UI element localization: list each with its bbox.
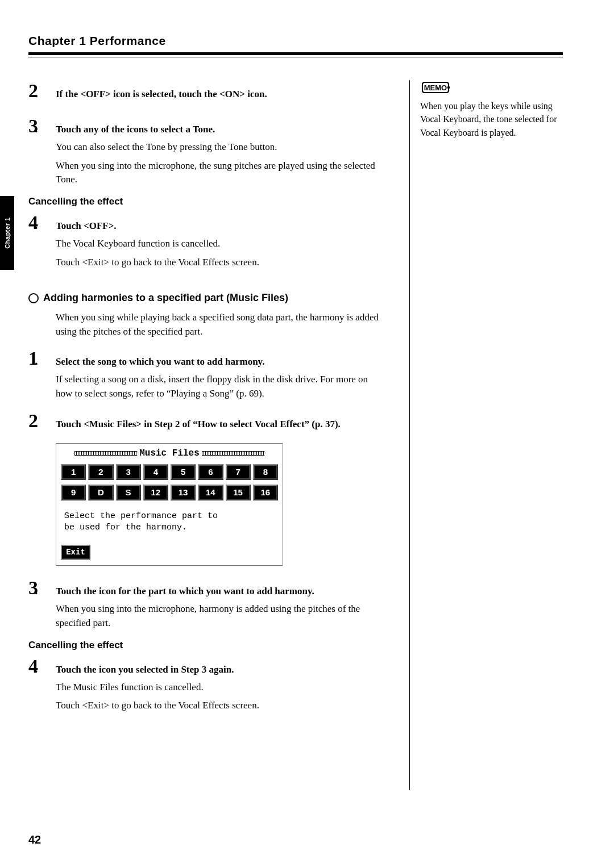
subheading-cancel: Cancelling the effect — [28, 640, 381, 651]
main-column: 2. If the <OFF> icon is selected, touch … — [28, 80, 381, 790]
screen-title-row: Music Files — [60, 447, 279, 462]
part-button-6[interactable]: 6 — [198, 464, 223, 480]
step-text: If the <OFF> icon is selected, touch the… — [56, 86, 267, 100]
part-button-16[interactable]: 16 — [253, 485, 278, 500]
step-text: Select the song to which you want to add… — [56, 354, 264, 368]
part-button-d[interactable]: D — [88, 485, 113, 500]
part-button-4[interactable]: 4 — [143, 464, 168, 480]
button-row-1: 1 2 3 4 5 6 7 8 — [60, 462, 279, 482]
body-text: When you sing into the microphone, harmo… — [56, 602, 381, 630]
memo-column: MEMO When you play the keys while using … — [409, 80, 563, 790]
svg-point-0 — [447, 86, 450, 89]
screen-message-line: be used for the harmony. — [64, 522, 275, 533]
step-4a: 4. Touch <OFF>. — [28, 212, 381, 233]
subheading-cancel: Cancelling the effect — [28, 196, 381, 207]
circle-marker-icon — [28, 293, 39, 303]
s2-step-3: 3. Touch the icon for the part to which … — [28, 577, 381, 599]
s2-step-2: 2. Touch <Music Files> in Step 2 of “How… — [28, 410, 381, 432]
step-3: 3. Touch any of the icons to select a To… — [28, 115, 381, 137]
step-text: Touch <OFF>. — [56, 218, 117, 232]
s2-step-4: 4. Touch the icon you selected in Step 3… — [28, 656, 381, 677]
part-button-5[interactable]: 5 — [171, 464, 196, 480]
chapter-title: Chapter 1 Performance — [28, 34, 563, 48]
screen-message: Select the performance part to be used f… — [60, 503, 279, 545]
section-heading-music-files: Adding harmonies to a specified part (Mu… — [28, 292, 381, 304]
part-button-8[interactable]: 8 — [253, 464, 278, 480]
part-button-15[interactable]: 15 — [226, 485, 251, 500]
part-button-1[interactable]: 1 — [61, 464, 86, 480]
music-files-screenshot: Music Files 1 2 3 4 5 6 7 8 9 — [56, 443, 283, 566]
part-button-14[interactable]: 14 — [198, 485, 223, 500]
step-text: Touch the icon you selected in Step 3 ag… — [56, 662, 234, 675]
svg-text:MEMO: MEMO — [424, 84, 447, 92]
screen-title: Music Files — [139, 448, 200, 458]
title-rule — [28, 52, 563, 57]
body-text: Touch <Exit> to go back to the Vocal Eff… — [56, 699, 381, 713]
page-number: 42 — [28, 833, 41, 846]
part-button-9[interactable]: 9 — [61, 485, 86, 500]
part-button-7[interactable]: 7 — [226, 464, 251, 480]
body-text: If selecting a song on a disk, insert th… — [56, 373, 381, 400]
decoration-icon — [74, 451, 137, 456]
section-heading-text: Adding harmonies to a specified part (Mu… — [43, 292, 288, 304]
step-text: Touch any of the icons to select a Tone. — [56, 122, 215, 135]
body-text: When you sing while playing back a speci… — [56, 311, 381, 339]
body-text: When you sing into the microphone, the s… — [56, 159, 381, 187]
part-button-13[interactable]: 13 — [171, 485, 196, 500]
memo-icon: MEMO — [420, 80, 563, 98]
part-button-2[interactable]: 2 — [88, 464, 113, 480]
body-text: Touch <Exit> to go back to the Vocal Eff… — [56, 256, 381, 270]
part-button-s[interactable]: S — [116, 485, 141, 500]
body-text: The Music Files function is cancelled. — [56, 681, 381, 695]
body-text: The Vocal Keyboard function is cancelled… — [56, 237, 381, 251]
step-text: Touch the icon for the part to which you… — [56, 583, 314, 597]
exit-button[interactable]: Exit — [61, 545, 90, 560]
s2-step-1: 1. Select the song to which you want to … — [28, 348, 381, 369]
screen-message-line: Select the performance part to — [64, 511, 275, 522]
part-button-3[interactable]: 3 — [116, 464, 141, 480]
button-row-2: 9 D S 12 13 14 15 16 — [60, 482, 279, 503]
body-text: You can also select the Tone by pressing… — [56, 140, 381, 155]
step-text: Touch <Music Files> in Step 2 of “How to… — [56, 416, 341, 430]
step-2: 2. If the <OFF> icon is selected, touch … — [28, 80, 381, 102]
exit-row: Exit — [60, 545, 279, 562]
decoration-icon — [202, 451, 264, 456]
part-button-12[interactable]: 12 — [143, 485, 168, 500]
memo-text: When you play the keys while using Vocal… — [420, 99, 563, 139]
